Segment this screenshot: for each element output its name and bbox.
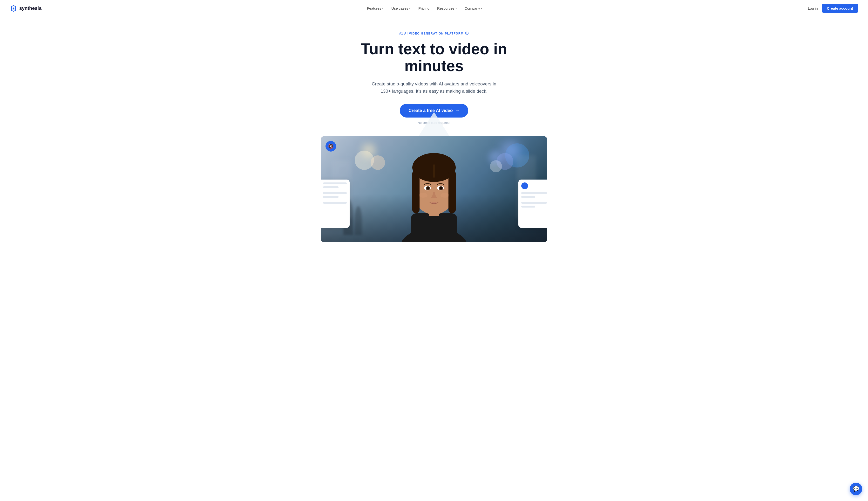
left-panel <box>321 180 350 228</box>
left-panel-line-4 <box>323 196 339 198</box>
svg-point-14 <box>427 187 429 190</box>
features-chevron-icon: ▾ <box>382 7 384 10</box>
left-panel-line-3 <box>323 192 347 194</box>
nav-resources[interactable]: Resources ▾ <box>437 6 457 10</box>
video-placeholder <box>321 136 547 242</box>
nav-right: Log in Create account <box>808 4 858 13</box>
logo-link[interactable]: synthesia <box>10 4 42 12</box>
nav-resources-label: Resources <box>437 6 454 10</box>
right-panel <box>518 180 547 228</box>
right-panel-line-3 <box>521 202 547 204</box>
nav-use-cases[interactable]: Use cases ▾ <box>391 6 410 10</box>
bg-person-2 <box>355 206 362 235</box>
nav-company[interactable]: Company ▾ <box>465 6 482 10</box>
svg-rect-7 <box>412 170 419 213</box>
left-panel-line-2 <box>323 186 339 188</box>
svg-point-1 <box>13 8 14 9</box>
right-panel-dot <box>521 182 528 189</box>
nav-use-cases-label: Use cases <box>391 6 408 10</box>
synthesia-logo-icon <box>10 4 17 12</box>
login-button[interactable]: Log in <box>808 6 818 10</box>
bokeh-2 <box>371 156 385 170</box>
avatar-svg <box>392 136 476 242</box>
right-panel-line-2 <box>521 196 535 198</box>
nav-features-label: Features <box>367 6 381 10</box>
create-account-button[interactable]: Create account <box>822 4 858 13</box>
nav-pricing-label: Pricing <box>418 6 429 10</box>
hero-section: #1 AI VIDEO GENERATION PLATFORM ⓘ Turn t… <box>0 17 868 242</box>
nav-company-label: Company <box>465 6 480 10</box>
mute-icon: 🔇 <box>328 143 333 149</box>
light-3 <box>489 151 502 164</box>
left-panel-line-1 <box>323 182 347 184</box>
info-icon: ⓘ <box>465 31 469 36</box>
right-panel-line-4 <box>521 206 535 207</box>
svg-point-16 <box>419 193 428 198</box>
nav-pricing[interactable]: Pricing <box>418 6 429 10</box>
video-container[interactable]: 🔇 <box>321 136 547 242</box>
hero-badge-text: #1 AI VIDEO GENERATION PLATFORM <box>399 32 464 35</box>
hero-title: Turn text to video in minutes <box>338 41 530 75</box>
svg-point-17 <box>440 193 449 198</box>
company-chevron-icon: ▾ <box>481 7 482 10</box>
svg-rect-3 <box>411 213 457 242</box>
navbar: synthesia Features ▾ Use cases ▾ Pricing… <box>0 0 868 17</box>
left-panel-line-5 <box>323 202 347 204</box>
resources-chevron-icon: ▾ <box>455 7 457 10</box>
svg-point-9 <box>433 164 435 178</box>
hero-visual: 🔇 <box>318 136 550 242</box>
hero-subtitle: Create studio-quality videos with AI ava… <box>371 81 497 95</box>
svg-rect-8 <box>449 170 456 213</box>
svg-point-15 <box>440 187 442 190</box>
hero-badge: #1 AI VIDEO GENERATION PLATFORM ⓘ <box>399 31 469 36</box>
mute-button[interactable]: 🔇 <box>326 141 336 151</box>
right-panel-line-1 <box>521 192 547 194</box>
nav-features[interactable]: Features ▾ <box>367 6 384 10</box>
logo-text: synthesia <box>19 6 42 11</box>
light-1 <box>361 143 376 158</box>
nav-center: Features ▾ Use cases ▾ Pricing Resources… <box>367 6 482 10</box>
use-cases-chevron-icon: ▾ <box>409 7 410 10</box>
